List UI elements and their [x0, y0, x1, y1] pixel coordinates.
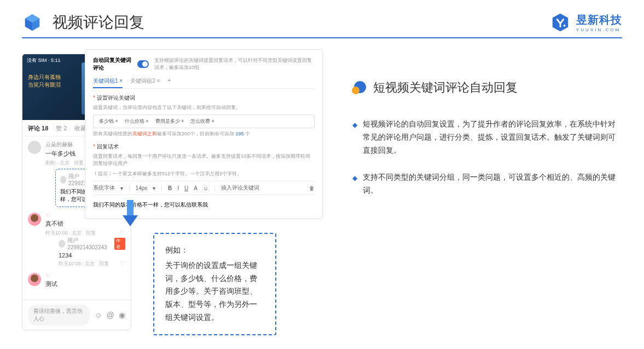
- feature-toggle[interactable]: [137, 60, 149, 68]
- keyword-group-tabs: 关键词组1 × 关键词组2 × +: [93, 77, 315, 89]
- commenter-name: ♡: [45, 273, 125, 279]
- arrow-down-icon: [120, 200, 140, 228]
- settings-header: 自动回复关键词评论 支持根据评论的关键词设置回复话术，可以针对不同类型关键词设置…: [93, 56, 315, 72]
- italic-icon[interactable]: I: [177, 185, 179, 191]
- brand-logo: 昱新科技 YUUXIN.COM: [550, 12, 622, 33]
- tag[interactable]: 多少钱 ×: [97, 117, 120, 125]
- emoji-icon[interactable]: ☺: [94, 311, 102, 319]
- comment-meta: 昨天10:08 · 北京 回复 ♡: [45, 230, 125, 237]
- insert-keyword-btn[interactable]: 插入评论关键词: [221, 184, 259, 192]
- keyword-hint: 设置关键词，当评论里内容包含了以下关键词，则系统可自动回复。: [93, 104, 315, 111]
- bullet-item: ◆ 支持不同类型的关键词分组，同一类问题，可设置多个相近的、高频的关键词。: [352, 171, 622, 197]
- comment-time: 昨天10:08 · 北京: [45, 230, 82, 237]
- editor-toolbar: 系统字体▾ | 14px▾ | B I U A ☺ | 插入评论关键词 🗑: [93, 181, 315, 195]
- font-select[interactable]: 系统字体: [93, 184, 115, 192]
- comment-time: 刚刚 · 北京: [45, 159, 69, 167]
- avatar: [28, 273, 41, 286]
- bullet-list: ◆ 短视频评论的自动回复设置，为了提升作者的评论回复效率，在系统中针对常见的评论…: [350, 118, 622, 197]
- comment-time: 昨天10:08 · 北京: [59, 260, 95, 267]
- brand-url: YUUXIN.COM: [576, 27, 622, 32]
- comment-item: ♡ 真不错 昨天10:08 · 北京 回复 ♡ 用户2299214302243 …: [28, 213, 125, 267]
- avatar: [28, 141, 41, 154]
- comment-body: ♡ 真不错 昨天10:08 · 北京 回复 ♡ 用户2299214302243 …: [45, 213, 125, 267]
- comment-input-bar: 善语结善缘，恶言伤人心 ☺ @ ◉: [22, 300, 131, 330]
- bold-icon[interactable]: B: [168, 185, 172, 191]
- reply-link[interactable]: 回复: [99, 260, 109, 267]
- caption-line: 身边只有孤独: [28, 73, 61, 81]
- author-badge: 作者: [114, 238, 125, 250]
- reply-header: 用户2299214302243 作者: [59, 237, 125, 250]
- avatar-small: [59, 240, 65, 248]
- heading-text: 短视频关键词评论自动回复: [373, 79, 518, 96]
- diamond-icon: ◆: [352, 119, 357, 157]
- phone-status-bar: 没有 SIM · 5:11: [27, 57, 61, 64]
- reply-text: 1234: [59, 252, 125, 259]
- comment-text: 真不错: [45, 220, 125, 228]
- svg-rect-1: [127, 200, 134, 216]
- svg-point-3: [352, 87, 359, 94]
- tab-comments[interactable]: 评论 18: [28, 124, 48, 133]
- diamond-icon: ◆: [352, 173, 357, 197]
- brand-hex-icon: [550, 12, 571, 33]
- brand-name: 昱新科技: [576, 13, 622, 27]
- comment-item: ♡ 测试: [28, 273, 125, 290]
- tab-likes[interactable]: 赞 2: [56, 124, 67, 133]
- bullet-text: 短视频评论的自动回复设置，为了提升作者的评论回复效率，在系统中针对常见的评论用户…: [363, 118, 622, 157]
- reply-link[interactable]: 回复: [74, 159, 84, 167]
- send-icon[interactable]: ◉: [119, 311, 125, 319]
- tab-group2[interactable]: 关键词组2 ×: [130, 77, 160, 85]
- comment-meta: 昨天10:08 · 北京 回复 ♡: [59, 260, 125, 267]
- heart-icon[interactable]: ♡: [120, 260, 125, 267]
- tab-group1[interactable]: 关键词组1 ×: [93, 77, 123, 88]
- example-callout: 例如： 关于询价的设置成一组关键词，多少钱、什么价格，费用多少等。关于咨询班型、…: [153, 233, 276, 335]
- chat-bubble-icon: [350, 79, 367, 96]
- char-limit-hint: ！提示：一个富文本框最多支持512个字符。一个汉字占用2个字符。: [93, 170, 315, 178]
- page-header: 视频评论回复 昱新科技 YUUXIN.COM: [0, 0, 644, 37]
- svg-point-0: [564, 25, 566, 27]
- size-select[interactable]: 14px: [136, 185, 148, 191]
- video-caption: 身边只有孤独 当笑只有眼泪: [28, 73, 61, 89]
- reply-user: 用户2299214302243: [67, 237, 112, 250]
- cube-icon: [22, 12, 43, 33]
- reply-hint: 设置回复话术，每回复一个用户评论只发送一条话术。最多支持设置10条不同话术，按添…: [93, 153, 315, 167]
- example-title: 例如：: [165, 244, 264, 257]
- tag[interactable]: 费用是多少 ×: [153, 117, 187, 125]
- comment-text: 测试: [45, 280, 125, 288]
- divider: [22, 37, 622, 38]
- example-body: 关于询价的设置成一组关键词，多少钱、什么价格，费用多少等。关于咨询班型、版本、型…: [165, 259, 264, 324]
- delete-icon[interactable]: 🗑: [309, 185, 315, 191]
- caption-line: 当笑只有眼泪: [28, 81, 61, 89]
- header-left: 视频评论回复: [22, 12, 144, 33]
- bullet-item: ◆ 短视频评论的自动回复设置，为了提升作者的评论回复效率，在系统中针对常见的评论…: [352, 118, 622, 157]
- comment-body: ♡ 测试: [45, 273, 125, 290]
- reply-label: 回复话术: [93, 143, 315, 151]
- underline-icon[interactable]: U: [184, 185, 188, 191]
- comment-input[interactable]: 善语结善缘，恶言伤人心: [28, 305, 90, 325]
- page-title: 视频评论回复: [53, 12, 144, 33]
- right-column: 短视频关键词评论自动回复 ◆ 短视频评论的自动回复设置，为了提升作者的评论回复效…: [350, 49, 622, 323]
- left-column: 没有 SIM · 5:11 身边只有孤独 当笑只有眼泪 评论 18 赞 2 收藏…: [22, 49, 317, 323]
- brand-text: 昱新科技 YUUXIN.COM: [576, 13, 622, 32]
- content: 没有 SIM · 5:11 身边只有孤独 当笑只有眼泪 评论 18 赞 2 收藏…: [0, 49, 644, 323]
- keyword-label: 设置评论关键词: [93, 94, 315, 102]
- keyword-tags-input[interactable]: 多少钱 × 什么价格 × 费用是多少 × 怎么收费 ×: [93, 115, 315, 128]
- tab-add[interactable]: +: [167, 77, 171, 85]
- tags-info: 所有关键词组里的关键词之和最多可添加200个，目前剩余可添加 195 个: [93, 130, 315, 138]
- section-heading: 短视频关键词评论自动回复: [350, 79, 622, 96]
- reply-link[interactable]: 回复: [86, 230, 96, 237]
- avatar: [28, 213, 41, 226]
- color-icon[interactable]: A: [194, 185, 198, 191]
- emoji-icon[interactable]: ☺: [203, 185, 208, 191]
- mention-icon[interactable]: @: [107, 311, 114, 319]
- tag[interactable]: 什么价格 ×: [123, 117, 151, 125]
- settings-panel: 自动回复关键词评论 支持根据评论的关键词设置回复话术，可以针对不同类型关键词设置…: [85, 49, 323, 219]
- settings-help: 支持根据评论的关键词设置回复话术，可以针对不同类型关键词设置回复话术，最多添加1…: [154, 57, 315, 71]
- heart-icon[interactable]: ♡: [120, 230, 125, 237]
- settings-title: 自动回复关键词评论: [93, 56, 132, 72]
- bullet-text: 支持不同类型的关键词分组，同一类问题，可设置多个相近的、高频的关键词。: [363, 171, 622, 197]
- avatar-small: [60, 176, 66, 184]
- tag[interactable]: 怎么收费 ×: [188, 117, 217, 125]
- sub-reply: 用户2299214302243 作者 1234 昨天10:08 · 北京 回复 …: [54, 237, 125, 267]
